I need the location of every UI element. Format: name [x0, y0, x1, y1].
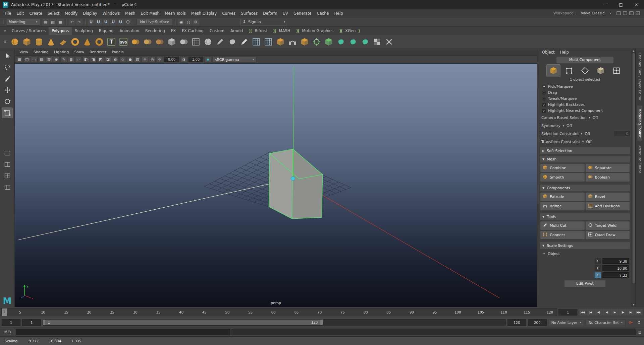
exposure-icon[interactable]: ☼ [156, 57, 163, 63]
quad-draw-shelf-icon[interactable] [311, 36, 323, 48]
grease-pencil-icon[interactable]: ✎ [60, 57, 67, 63]
shelf-tab-custom[interactable]: Custom [207, 27, 227, 35]
range-start-handle[interactable] [43, 320, 45, 325]
panel-tab-modeling-toolkit[interactable]: Modeling Toolkit [637, 106, 642, 141]
snap-to-point-icon[interactable] [103, 19, 109, 25]
maximize-button[interactable]: □ [613, 0, 629, 9]
field-chart-icon[interactable]: ◩ [97, 57, 104, 63]
step-forward-key-button[interactable]: |▶ [619, 309, 627, 316]
menu-set-dropdown[interactable]: Modeling ▾ [6, 19, 40, 25]
playback-end-field[interactable] [507, 319, 526, 326]
snap-to-projected-center-icon[interactable] [110, 19, 117, 25]
radio-drag[interactable]: Drag [542, 89, 630, 95]
shelf-tab-curves-surfaces[interactable]: Curves / Surfaces [9, 27, 49, 35]
undo-icon[interactable]: ↶ [69, 19, 75, 25]
separate-button[interactable]: Separate [586, 164, 630, 172]
scale-y-field[interactable] [602, 265, 629, 271]
smooth-shelf-icon[interactable] [202, 36, 214, 48]
resolution-gate-icon[interactable]: ◧ [83, 57, 89, 63]
go-to-start-button[interactable]: |◀◀ [579, 309, 586, 316]
select-tool[interactable] [2, 51, 13, 61]
toolkit-scrollbar[interactable]: ▲ ▼ [632, 49, 635, 307]
film-gate-icon[interactable]: ▭ [75, 57, 82, 63]
bridge-button[interactable]: Bridge [540, 202, 585, 210]
vertex-mode-icon[interactable] [562, 65, 576, 77]
viewport-menu-show[interactable]: Show [71, 49, 87, 56]
menu-edit[interactable]: Edit [14, 9, 26, 17]
scale-mode-dropdown[interactable]: ▾Object [543, 250, 630, 258]
menu-create[interactable]: Create [27, 9, 45, 17]
range-slider[interactable]: 1 120 [43, 319, 506, 326]
separate-shelf-icon[interactable] [178, 36, 190, 48]
menu-surfaces[interactable]: Surfaces [238, 9, 260, 17]
grid-toggle-icon[interactable]: ⊞ [68, 57, 74, 63]
combo-camera-based-selection[interactable]: Camera Based Selection▾Off [541, 114, 630, 122]
extrude-shelf-icon[interactable] [299, 36, 311, 48]
layout-outliner-persp-button[interactable] [2, 182, 13, 192]
poly-torus-icon[interactable] [69, 36, 81, 48]
edit-pivot-button[interactable]: Edit Pivot [565, 280, 605, 287]
viewport-menu-view[interactable]: View [17, 49, 31, 56]
section-soft-selection[interactable]: ▶Soft Selection [540, 147, 630, 154]
scroll-down-icon[interactable]: ▼ [633, 303, 635, 306]
auto-keyframe-toggle[interactable] [627, 319, 634, 326]
workspace-four-pane-icon[interactable] [635, 11, 641, 16]
combo-selection-constraint[interactable]: Selection Constraint▾Off [541, 130, 630, 138]
workspace-outliner-layout-icon[interactable] [629, 11, 634, 16]
toolkit-menu-object[interactable]: Object [539, 49, 557, 56]
workspace-dropdown[interactable]: Maya Classic ▾ [579, 10, 613, 16]
animation-start-field[interactable] [2, 319, 20, 326]
play-backwards-button[interactable]: ◀ [603, 309, 610, 316]
gamma-icon[interactable]: ◑ [180, 57, 187, 63]
shelf-tab-fx-caching[interactable]: FX Caching [179, 27, 207, 35]
render-current-frame-icon[interactable]: ◉ [178, 19, 184, 25]
viewport-menu-shading[interactable]: Shading [31, 49, 51, 56]
bookmark-icon[interactable]: ▤ [38, 57, 45, 63]
shelf-tab-motion-graphics[interactable]: Motion Graphics [293, 27, 336, 35]
lasso-select-tool[interactable] [2, 62, 13, 72]
shelf-tab-rendering[interactable]: Rendering [142, 27, 168, 35]
combo-symmetry[interactable]: Symmetry▾Off [541, 122, 630, 130]
combo-transform-constraint[interactable]: Transform Constraint▾Off [541, 138, 630, 146]
playback-start-field[interactable] [22, 319, 41, 326]
sculpt-relax-icon[interactable] [359, 36, 371, 48]
workspace-single-pane-icon[interactable] [616, 11, 622, 16]
smooth-button[interactable]: Smooth [540, 173, 585, 182]
workspace-split-vertical-icon[interactable] [622, 11, 628, 16]
shelf-tab-arnold[interactable]: Arnold [227, 27, 246, 35]
menu-mesh-tools[interactable]: Mesh Tools [162, 9, 189, 17]
menu-uv[interactable]: UV [280, 9, 291, 17]
poly-cylinder-icon[interactable] [33, 36, 45, 48]
layout-two-pane-button[interactable] [2, 159, 13, 169]
checkbox-highlight-nearest-component[interactable]: ✓Highlight Nearest Component [542, 108, 630, 114]
render-settings-icon[interactable]: ⚙ [193, 19, 199, 25]
camera-lock-icon[interactable]: ◫ [23, 57, 30, 63]
panel-tab-attribute-editor[interactable]: Attribute Editor [637, 142, 642, 176]
menu-help[interactable]: Help [331, 9, 345, 17]
viewport-menu-lighting[interactable]: Lighting [51, 49, 71, 56]
anim-layer-dropdown[interactable]: No Anim Layer ▾ [548, 319, 584, 326]
paint-select-tool[interactable] [2, 74, 13, 84]
go-to-end-button[interactable]: ▶▶| [635, 309, 643, 316]
multi-component-button[interactable]: Multi-Component [556, 57, 613, 63]
append-to-polygon-icon[interactable] [214, 36, 226, 48]
ipr-render-icon[interactable]: ◎ [185, 19, 192, 25]
bevel-button[interactable]: Bevel [586, 193, 630, 201]
combine-shelf-icon[interactable] [166, 36, 178, 48]
menu-mesh-display[interactable]: Mesh Display [189, 9, 219, 17]
uv-checker-icon[interactable] [371, 36, 383, 48]
boolean-difference-icon[interactable] [142, 36, 154, 48]
command-line-language-toggle[interactable]: MEL [1, 330, 15, 334]
boolean-union-icon[interactable] [129, 36, 142, 48]
pcube1-object[interactable] [269, 149, 323, 219]
shelf-tab-fx[interactable]: FX [168, 27, 179, 35]
exposure-field[interactable] [164, 57, 179, 62]
step-back-frame-button[interactable]: |◀ [587, 309, 594, 316]
poly-cube-icon[interactable] [21, 36, 33, 48]
save-scene-icon[interactable]: ▦ [57, 19, 64, 25]
sculpt-grab-icon[interactable] [335, 36, 347, 48]
layout-single-pane-button[interactable] [2, 148, 13, 158]
menu-edit-mesh[interactable]: Edit Mesh [138, 9, 162, 17]
make-object-live-icon[interactable] [125, 19, 131, 25]
step-forward-frame-button[interactable]: ▶| [627, 309, 635, 316]
